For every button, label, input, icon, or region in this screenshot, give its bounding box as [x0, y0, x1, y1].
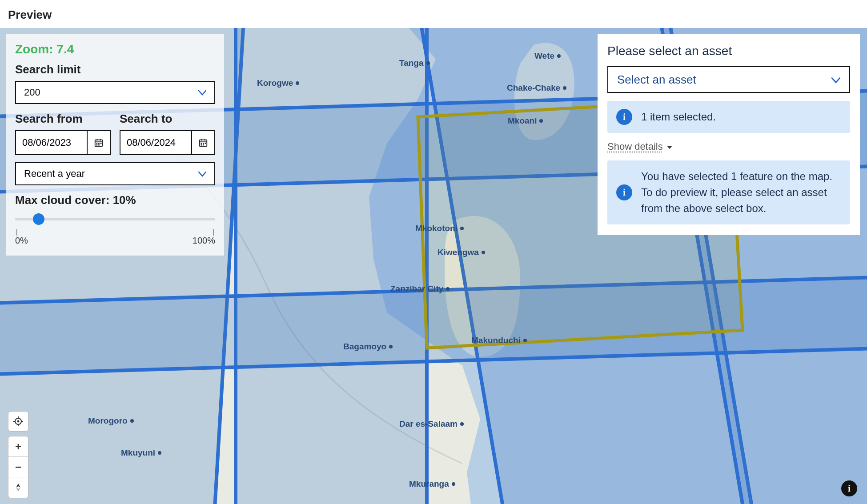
city-label: Dar es-Salaam — [399, 419, 464, 429]
city-dot-icon — [460, 227, 464, 230]
svg-rect-16 — [100, 143, 102, 144]
zoom-control-group: + − — [8, 436, 28, 498]
city-dot-icon — [460, 422, 464, 426]
svg-rect-21 — [201, 143, 202, 144]
slider-track — [15, 218, 215, 220]
city-label: Kiwengwa — [438, 248, 485, 257]
city-label: Tanga — [399, 58, 430, 68]
city-label: Morogoro — [88, 416, 134, 426]
svg-point-27 — [17, 420, 20, 423]
info-icon — [616, 184, 632, 200]
svg-rect-23 — [201, 144, 202, 146]
city-label: Mkuyuni — [121, 448, 161, 458]
map-preview[interactable]: Korogwe Tanga Wete Chake-Chake Mkoani Mk… — [0, 28, 867, 504]
chevron-down-icon — [831, 73, 840, 87]
slider-thumb[interactable] — [33, 213, 44, 225]
zoom-indicator: Zoom: 7.4 — [15, 42, 215, 56]
city-dot-icon — [523, 339, 527, 342]
slider-range-labels: 0% 100% — [15, 236, 215, 246]
city-dot-icon — [482, 251, 485, 254]
zoom-in-button[interactable]: + — [8, 436, 28, 457]
selection-summary-box: 1 item selected. — [607, 101, 850, 133]
asset-select[interactable]: Select an asset — [607, 66, 850, 93]
slider-ticks: || — [16, 228, 214, 236]
svg-rect-25 — [205, 143, 206, 144]
city-label: Bagamoyo — [343, 342, 393, 352]
city-dot-icon — [563, 86, 566, 90]
zoom-out-button[interactable]: − — [8, 457, 28, 477]
caret-down-icon — [666, 141, 673, 152]
svg-rect-14 — [96, 144, 98, 146]
city-label: Mkuranga — [409, 479, 455, 489]
city-dot-icon — [158, 451, 161, 455]
city-label: Wete — [534, 51, 561, 61]
page-title: Preview — [0, 0, 867, 28]
map-controls: + − — [8, 411, 28, 498]
asset-panel-title: Please select an asset — [607, 44, 850, 58]
search-from-input[interactable]: 08/06/2023 — [15, 130, 111, 155]
cloud-cover-label: Max cloud cover: 10% — [15, 193, 215, 207]
svg-rect-15 — [98, 144, 100, 146]
svg-marker-2 — [236, 28, 427, 504]
search-limit-label: Search limit — [15, 63, 215, 76]
calendar-icon[interactable] — [87, 131, 110, 154]
search-to-input[interactable]: 08/06/2024 — [120, 130, 215, 155]
calendar-icon[interactable] — [191, 131, 214, 154]
svg-rect-24 — [203, 144, 204, 146]
search-limit-value: 200 — [24, 87, 40, 98]
show-details-toggle[interactable]: Show details — [607, 141, 850, 152]
search-from-label: Search from — [15, 112, 111, 126]
hint-box: You have selected 1 feature on the map. … — [607, 160, 850, 224]
city-dot-icon — [426, 61, 430, 65]
city-dot-icon — [452, 482, 455, 486]
locate-button[interactable] — [8, 411, 28, 432]
city-label: Makunduchi — [471, 336, 527, 345]
selection-summary-text: 1 item selected. — [641, 109, 716, 125]
city-label: Chake-Chake — [507, 83, 566, 93]
hint-text: You have selected 1 feature on the map. … — [641, 168, 841, 216]
map-attribution-button[interactable]: i — [841, 480, 857, 496]
city-dot-icon — [389, 345, 393, 348]
date-preset-value: Recent a year — [24, 168, 85, 180]
slider-min-label: 0% — [15, 236, 28, 246]
svg-rect-22 — [203, 143, 204, 144]
chevron-down-icon — [198, 87, 206, 98]
city-label: Mkokotoni — [415, 224, 464, 233]
city-label: Korogwe — [257, 78, 299, 88]
asset-select-placeholder: Select an asset — [617, 73, 696, 87]
asset-panel: Please select an asset Select an asset 1… — [598, 34, 860, 235]
search-to-value: 08/06/2024 — [120, 131, 191, 154]
svg-rect-12 — [96, 143, 98, 144]
city-dot-icon — [446, 287, 450, 291]
search-limit-select[interactable]: 200 — [15, 81, 215, 104]
city-dot-icon — [296, 81, 299, 85]
reset-north-button[interactable] — [8, 477, 28, 498]
search-controls-panel: Zoom: 7.4 Search limit 200 Search from 0… — [6, 34, 224, 256]
svg-rect-13 — [98, 143, 100, 144]
city-dot-icon — [539, 119, 543, 123]
search-from-value: 08/06/2023 — [16, 131, 87, 154]
city-label: Mkoani — [508, 116, 543, 126]
city-dot-icon — [557, 54, 561, 58]
info-icon — [616, 109, 632, 125]
search-to-label: Search to — [120, 112, 215, 126]
city-label: Zanzibar City — [390, 284, 450, 294]
slider-max-label: 100% — [193, 236, 215, 246]
city-dot-icon — [130, 419, 134, 423]
chevron-down-icon — [198, 168, 206, 180]
date-preset-select[interactable]: Recent a year — [15, 162, 215, 185]
cloud-cover-slider[interactable] — [15, 212, 215, 225]
